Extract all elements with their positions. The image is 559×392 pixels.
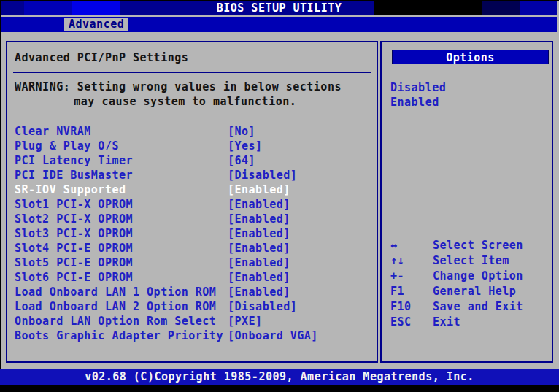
setting-label: Load Onboard LAN 2 Option ROM [15, 300, 216, 313]
setting-value: [Enabled] [228, 270, 290, 285]
app-title: BIOS SETUP UTILITY [1, 1, 557, 15]
key-action: Select Item [433, 253, 509, 269]
key-help-row: F10Save and Exit [390, 299, 549, 315]
setting-label: Clear NVRAM [15, 125, 91, 138]
setting-row[interactable]: Slot5 PCI-E OPROM[Enabled] [15, 255, 374, 270]
key-help-row: ESCExit [390, 315, 549, 330]
setting-value: [Enabled] [228, 285, 290, 299]
setting-label: Plug & Play O/S [15, 139, 119, 153]
key-action: General Help [433, 284, 516, 299]
setting-value: [No] [228, 124, 255, 139]
setting-row[interactable]: PCI IDE BusMaster[Disabled] [15, 168, 374, 182]
setting-value: [64] [228, 153, 255, 168]
settings-panel: Advanced PCI/PnP Settings WARNING: Setti… [6, 41, 378, 363]
options-header: Options [392, 50, 549, 64]
setting-row-selected[interactable]: SR-IOV Supported[Enabled] [15, 182, 374, 197]
setting-row[interactable]: Slot1 PCI-X OPROM[Enabled] [15, 197, 374, 212]
key-help-row: +-Change Option [390, 269, 549, 284]
setting-row[interactable]: Load Onboard LAN 2 Option ROM[Disabled] [15, 299, 374, 314]
key-help-row: F1General Help [390, 284, 549, 299]
key-glyph: F10 [390, 300, 412, 313]
setting-label: Boots Graphic Adapter Priority [15, 329, 223, 342]
setting-value: [Enabled] [228, 212, 290, 226]
option-value: Enabled [390, 95, 446, 109]
setting-value: [Yes] [228, 139, 263, 153]
setting-value: [Enabled] [228, 241, 290, 255]
setting-value: [PXE] [228, 314, 263, 328]
bios-setup-screen: BIOS SETUP UTILITY Advanced Advanced PCI… [0, 0, 559, 392]
setting-value: [Enabled] [228, 226, 290, 241]
setting-label: Slot1 PCI-X OPROM [15, 198, 133, 211]
copyright-bar: v02.68 (C)Copyright 1985-2009, American … [0, 369, 559, 385]
setting-row[interactable]: PCI Latency Timer[64] [15, 153, 374, 168]
setting-row[interactable]: Boots Graphic Adapter Priority[Onboard V… [15, 328, 374, 343]
setting-label: Slot2 PCI-X OPROM [15, 212, 133, 226]
menu-bar: Advanced [1, 17, 557, 32]
setting-label: PCI IDE BusMaster [15, 169, 133, 182]
bottom-black-border [0, 385, 559, 392]
setting-row[interactable]: Slot2 PCI-X OPROM[Enabled] [15, 212, 374, 226]
setting-label: Slot3 PCI-X OPROM [15, 227, 133, 240]
key-help-list: ↔Select Screen↑↓Select Item+-Change Opti… [390, 238, 549, 330]
setting-label: Slot4 PCI-E OPROM [15, 242, 133, 255]
key-action: Change Option [433, 269, 523, 284]
setting-row[interactable]: Slot6 PCI-E OPROM[Enabled] [15, 270, 374, 285]
key-glyph: ↑↓ [390, 254, 404, 267]
page-title: Advanced PCI/PnP Settings [15, 51, 188, 64]
key-glyph: ↔ [390, 239, 398, 252]
option-value: Disabled [390, 80, 446, 95]
setting-value: [Enabled] [228, 182, 290, 197]
setting-label: Slot6 PCI-E OPROM [15, 271, 133, 284]
setting-label: Load Onboard LAN 1 Option ROM [15, 285, 216, 299]
warning-text-line2: may cause system to malfunction. [74, 95, 296, 108]
setting-row[interactable]: Slot3 PCI-X OPROM[Enabled] [15, 226, 374, 241]
tab-advanced[interactable]: Advanced [64, 18, 128, 31]
key-action: Save and Exit [433, 299, 523, 315]
setting-row[interactable]: Slot4 PCI-E OPROM[Enabled] [15, 241, 374, 255]
setting-value: [Enabled] [228, 197, 290, 212]
key-glyph: ESC [390, 315, 412, 328]
help-panel: Options DisabledEnabled ↔Select Screen↑↓… [380, 41, 553, 363]
setting-row[interactable]: Clear NVRAM[No] [15, 124, 374, 139]
setting-row[interactable]: Plug & Play O/S[Yes] [15, 139, 374, 153]
options-list: DisabledEnabled [390, 80, 446, 109]
setting-label: PCI Latency Timer [15, 154, 133, 167]
setting-label: Slot5 PCI-E OPROM [15, 256, 133, 269]
title-separator [13, 72, 371, 73]
key-glyph: +- [390, 269, 404, 283]
setting-value: [Onboard VGA] [228, 328, 318, 343]
settings-list: Clear NVRAM[No]Plug & Play O/S[Yes]PCI L… [15, 124, 374, 343]
key-help-row: ↑↓Select Item [390, 253, 549, 269]
setting-value: [Disabled] [228, 299, 297, 314]
key-help-row: ↔Select Screen [390, 238, 549, 253]
warning-text-line1: WARNING: Setting wrong values in below s… [15, 80, 342, 93]
setting-label: Onboard LAN Option Rom Select [15, 315, 216, 328]
title-bar: BIOS SETUP UTILITY [1, 1, 557, 15]
setting-value: [Disabled] [228, 168, 297, 182]
setting-row[interactable]: Load Onboard LAN 1 Option ROM[Enabled] [15, 285, 374, 299]
setting-row[interactable]: Onboard LAN Option Rom Select[PXE] [15, 314, 374, 328]
key-glyph: F1 [390, 285, 404, 298]
setting-label: SR-IOV Supported [15, 183, 126, 196]
key-action: Exit [433, 315, 460, 330]
key-action: Select Screen [433, 238, 523, 253]
setting-value: [Enabled] [228, 255, 290, 270]
left-black-border [0, 0, 1, 369]
